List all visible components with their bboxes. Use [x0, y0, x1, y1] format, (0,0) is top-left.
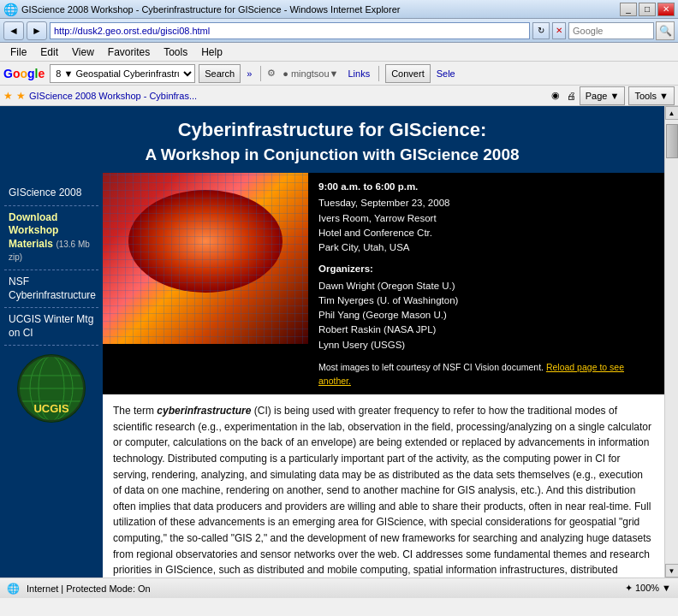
workshop-page: Cyberinfrastructure for GIScience: A Wor… [0, 106, 664, 578]
google-toolbar: Google 8 ▼ Geospatial Cyberinfrastructur… [0, 62, 678, 86]
back-button[interactable]: ◄ [3, 21, 24, 40]
page-content: Cyberinfrastructure for GIScience: A Wor… [0, 106, 664, 578]
add-favorites-icon[interactable]: ★ [16, 90, 26, 102]
menu-file[interactable]: File [3, 44, 33, 60]
mingtsou-label: ● mingtsou▼ [282, 68, 338, 79]
menu-favorites[interactable]: Favorites [101, 44, 157, 60]
zoom-control[interactable]: ✦ 100% ▼ [625, 583, 671, 594]
page-header: Cyberinfrastructure for GIScience: A Wor… [0, 106, 664, 173]
browser-content: Cyberinfrastructure for GIScience: A Wor… [0, 106, 678, 578]
sidebar-item-giscience[interactable]: GIScience 2008 [4, 181, 98, 206]
google-more-button[interactable]: » [244, 68, 254, 79]
content-area: GIScience 2008 Download Workshop Materia… [0, 173, 664, 578]
refresh-button[interactable]: ↻ [532, 22, 550, 39]
title-bar: 🌐 GIScience 2008 Workshop - Cyberinfrast… [0, 0, 678, 19]
convert-button[interactable]: Convert [385, 64, 431, 83]
status-text: Internet | Protected Mode: On [27, 583, 618, 594]
links-button[interactable]: Links [345, 68, 372, 79]
print-icon[interactable]: 🖨 [567, 91, 576, 101]
menu-bar: File Edit View Favorites Tools Help [0, 43, 678, 62]
scroll-thumb[interactable] [666, 124, 678, 158]
favorites-bar: ★ ★ GIScience 2008 Workshop - Cybinfras.… [0, 86, 678, 106]
organizer-1: Dawn Wright (Oregon State U.) [318, 279, 654, 293]
search-input[interactable] [568, 22, 654, 39]
minimize-button[interactable]: _ [620, 3, 637, 16]
menu-edit[interactable]: Edit [33, 44, 65, 60]
window-title: GIScience 2008 Workshop - Cyberinfrastru… [21, 4, 620, 15]
close-button[interactable]: ✕ [657, 3, 675, 16]
address-bar[interactable] [50, 22, 530, 39]
tools-button[interactable]: Tools ▼ [628, 86, 675, 105]
body-paragraph: The term cyberinfrastructure (CI) is bei… [113, 403, 654, 578]
google-search-dropdown[interactable]: 8 ▼ Geospatial Cyberinfrastructure [50, 64, 195, 83]
google-search-button[interactable]: Search [199, 64, 241, 83]
google-logo: Google [3, 67, 45, 80]
google-tools-label: ⚙ [267, 68, 276, 79]
maximize-button[interactable]: □ [639, 3, 656, 16]
ucgis-globe: UCGIS [17, 354, 86, 423]
workshop-date: Tuesday, September 23, 2008 [318, 196, 654, 210]
navigation-bar: ◄ ► ↻ ✕ 🔍 [0, 19, 678, 43]
scrollbar: ▲ ▼ [664, 106, 678, 578]
body-text-area: The term cyberinfrastructure (CI) is bei… [103, 394, 664, 578]
menu-help[interactable]: Help [194, 44, 229, 60]
workshop-time: 9:00 a.m. to 6:00 p.m. [318, 180, 654, 194]
tab-label[interactable]: GIScience 2008 Workshop - Cybinfras... [29, 91, 197, 101]
header-title-line2: A Workshop in Conjunction with GIScience… [17, 145, 647, 164]
organizer-3: Phil Yang (George Mason U.) [318, 308, 654, 323]
rss-icon[interactable]: ◉ [551, 90, 560, 101]
organizer-5: Lynn Usery (USGS) [318, 338, 654, 352]
organizer-4: Robert Raskin (NASA JPL) [318, 323, 654, 337]
menu-view[interactable]: View [65, 44, 101, 60]
organizer-2: Tim Nyerges (U. of Washington) [318, 293, 654, 308]
search-button[interactable]: 🔍 [656, 21, 675, 40]
sidebar: GIScience 2008 Download Workshop Materia… [0, 173, 103, 578]
favorites-star-icon: ★ [3, 90, 13, 102]
toolbar-divider2 [378, 66, 379, 81]
globe-svg: UCGIS [17, 354, 86, 423]
image-note: Most images to left courtesy of NSF CI V… [318, 361, 654, 388]
status-bar: 🌐 Internet | Protected Mode: On ✦ 100% ▼ [0, 578, 678, 598]
scroll-up-button[interactable]: ▲ [665, 106, 679, 120]
svg-text:UCGIS: UCGIS [33, 402, 69, 415]
workshop-venue3: Park City, Utah, USA [318, 240, 654, 255]
scroll-track [665, 120, 679, 564]
main-content: 9:00 a.m. to 6:00 p.m. Tuesday, Septembe… [103, 173, 664, 578]
browser-icon: 🌐 [3, 3, 18, 16]
ci-term: cyberinfrastructure [157, 405, 251, 417]
page-button[interactable]: Page ▼ [580, 86, 626, 105]
sidebar-item-nsf[interactable]: NSF Cyberinfrastructure [4, 270, 98, 308]
toolbar-divider [260, 66, 261, 81]
sele-button[interactable]: Sele [434, 68, 458, 79]
stop-button[interactable]: ✕ [552, 22, 566, 39]
scroll-down-button[interactable]: ▼ [665, 564, 679, 578]
organizers-label: Organizers: [318, 262, 654, 276]
menu-tools[interactable]: Tools [157, 44, 194, 60]
workshop-venue2: Hotel and Conference Ctr. [318, 226, 654, 240]
forward-button[interactable]: ► [27, 21, 47, 40]
internet-icon: 🌐 [7, 583, 20, 595]
workshop-image-area: 9:00 a.m. to 6:00 p.m. Tuesday, Septembe… [103, 173, 664, 394]
sidebar-item-download[interactable]: Download Workshop Materials (13.6 Mb zip… [4, 206, 98, 270]
workshop-venue1: Ivers Room, Yarrow Resort [318, 211, 654, 226]
header-title-line1: Cyberinfrastructure for GIScience: [17, 119, 647, 141]
workshop-image [103, 173, 308, 344]
workshop-info: 9:00 a.m. to 6:00 p.m. Tuesday, Septembe… [308, 173, 664, 394]
ucgis-logo: UCGIS [4, 354, 98, 423]
status-right: ✦ 100% ▼ [625, 583, 671, 594]
sidebar-item-ucgis[interactable]: UCGIS Winter Mtg on CI [4, 308, 98, 346]
